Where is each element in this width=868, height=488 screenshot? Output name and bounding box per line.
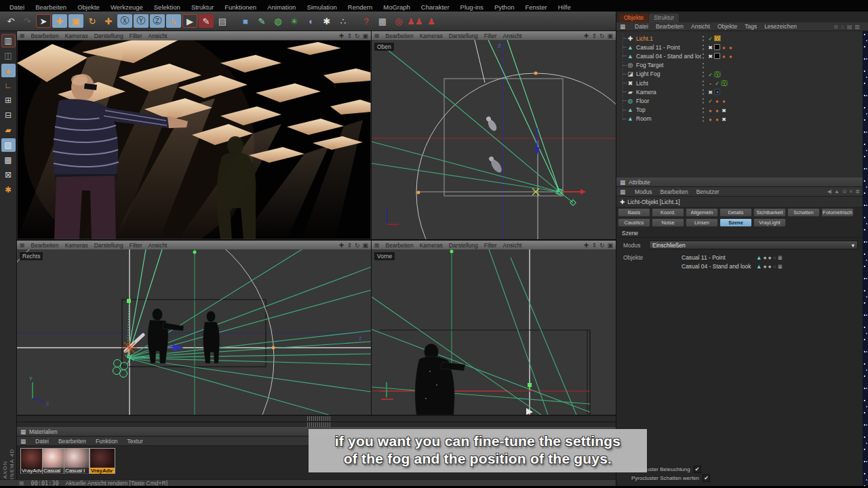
snap-icon[interactable]: ✱ [1,183,16,197]
point-mode-icon[interactable]: ⊞ [1,94,16,107]
pan-view-icon[interactable]: ✚ [339,33,344,39]
list-icon[interactable]: ≡ [850,188,853,195]
material-thumb[interactable]: VrayAdv [90,448,115,474]
axis-mode-icon[interactable]: ∟ [1,79,16,92]
om-menu-item[interactable]: Bearbeiten [656,23,684,30]
object-row[interactable]: ▲Casual 04 - Stand and look✖●● [616,52,868,60]
visibility-dots[interactable] [701,52,705,60]
menubar-item[interactable]: Funktionen [219,3,262,11]
object-name[interactable]: Casual 11 - Point [636,44,701,51]
right-view-canvas[interactable]: z [17,249,371,415]
object-row[interactable]: ▲Top●●✖ [616,106,868,115]
dot-icon[interactable]: ● [773,263,776,270]
tag-icon[interactable] [714,44,720,50]
coord-system-icon[interactable]: ↳ [166,14,181,28]
viewport-menu-item[interactable]: Darstellung [94,242,123,249]
home-icon[interactable]: ⌂ [841,24,844,30]
help-icon[interactable]: ? [359,14,374,28]
target-icon[interactable]: ◎ [391,14,406,28]
object-row[interactable]: ✚Licht.1✓Ⓥ [616,34,868,43]
visibility-dots[interactable] [701,62,705,69]
perspective-canvas[interactable] [17,40,371,239]
rotate-view-icon[interactable]: ↻ [599,242,605,249]
viewport-menu-item[interactable]: Filter [130,33,142,39]
search-icon[interactable]: ⊙ [833,24,838,30]
menubar-item[interactable]: Simulation [301,3,342,11]
rotate-tool-icon[interactable]: ↻ [85,14,100,28]
viewport-menu-item[interactable]: Bearbeiten [386,242,414,249]
menubar-item[interactable]: Rendern [342,3,378,11]
viewport-menu-item[interactable]: Kameras [65,242,88,249]
tag-icon[interactable]: ● [714,98,720,104]
panel-grip-icon[interactable]: ▦ [20,438,26,445]
attr-tab[interactable]: Details [719,208,752,217]
sphere-icon[interactable]: ● [763,263,766,270]
character-pair-icon[interactable]: ♟♟ [408,14,422,28]
layout-icon[interactable]: ▤ [847,24,852,30]
find-icon[interactable]: ⊙ [842,188,847,195]
edge-mode-icon[interactable]: ⊟ [1,108,16,122]
object-row[interactable]: ◪Light Fog✓Ⓥ [616,70,868,79]
menubar-item[interactable]: Bearbeiten [30,3,72,11]
options-icon[interactable]: ▥ [854,24,860,30]
tag-icon[interactable]: ● [728,53,734,59]
make-editable-icon[interactable]: ▥ [1,34,16,47]
tag-icon[interactable]: ● [707,107,713,113]
menubar-item[interactable]: MoGraph [378,3,416,11]
viewport-menu-item[interactable]: Kameras [65,33,88,39]
add-deformer-icon[interactable]: ◖ [303,14,318,28]
visibility-dots[interactable] [701,79,705,87]
lock-x-icon[interactable]: Ⓧ [117,14,132,28]
viewport-menu-item[interactable]: Darstellung [94,33,123,39]
tag-icon[interactable]: ● [707,116,713,122]
tab-objekte[interactable]: Objekte [619,14,648,22]
object-mode-icon[interactable]: ▲ [1,64,16,77]
zoom-view-icon[interactable]: ⇕ [347,242,352,249]
viewport-menu-item[interactable]: Ansicht [503,33,522,39]
texture-mode-icon[interactable]: ▨ [1,138,16,152]
tag-icon[interactable]: ◔ [714,89,720,95]
object-row[interactable]: ▰Kamera✖◔ [616,87,868,96]
toggle-view-icon[interactable]: ▣ [607,33,613,39]
object-name[interactable]: Casual 04 - Stand and look [636,53,701,60]
timeline-ruler[interactable] [307,422,330,427]
visibility-dots[interactable] [701,88,705,96]
viewport-menu-item[interactable]: Darstellung [449,242,478,249]
add-generator-icon[interactable]: ◍ [271,14,285,28]
viewport-menu-item[interactable]: Ansicht [149,33,167,39]
visibility-dots[interactable] [701,106,705,114]
checkbox-checked[interactable]: ✔ [694,466,701,473]
rotate-view-icon[interactable]: ↻ [355,33,360,39]
attr-tab[interactable]: Schatten [787,208,820,217]
material-label[interactable]: VrayAdv [90,468,115,474]
panel-grip-icon[interactable]: ▦ [20,33,25,39]
toggle-view-icon[interactable]: ▣ [362,242,368,249]
tag-icon[interactable]: Ⓥ [721,80,728,86]
add-emitter-icon[interactable]: ∴ [336,14,351,28]
tag-icon[interactable]: ● [714,116,720,122]
tag-icon[interactable]: ● [721,53,727,59]
sphere-icon[interactable]: ● [768,263,772,270]
attr-tab[interactable]: Basis [618,208,650,217]
pan-view-icon[interactable]: ✚ [584,33,589,39]
menubar-item[interactable]: Animation [262,3,301,11]
lock-y-icon[interactable]: Ⓨ [134,14,149,28]
layout-grid-icon[interactable]: ▦ [375,14,390,28]
material-label[interactable]: Casual l [64,468,89,474]
dot-icon[interactable]: ● [773,254,776,261]
menubar-item[interactable]: Charakter [416,3,455,11]
viewport-menu-item[interactable]: Filter [484,33,497,39]
sep1[interactable] [231,14,237,28]
attr-tab[interactable]: Caustics [618,218,650,227]
picture-viewer-icon[interactable]: ▤ [215,14,230,28]
viewport-menu-item[interactable]: Ansicht [503,242,522,249]
om-menu-item[interactable]: Tags [745,23,757,30]
back-icon[interactable]: ◀ [827,188,831,195]
viewport-menu-item[interactable]: Bearbeiten [31,242,59,249]
viewport-menu-item[interactable]: Darstellung [449,33,478,39]
tag-icon[interactable]: ✖ [707,53,713,59]
tag-icon[interactable]: ✓ [714,80,720,86]
tag-icon[interactable]: ● [728,44,734,50]
object-name[interactable]: Floor [636,98,701,104]
om-menu-item[interactable]: Ansicht [691,23,710,30]
